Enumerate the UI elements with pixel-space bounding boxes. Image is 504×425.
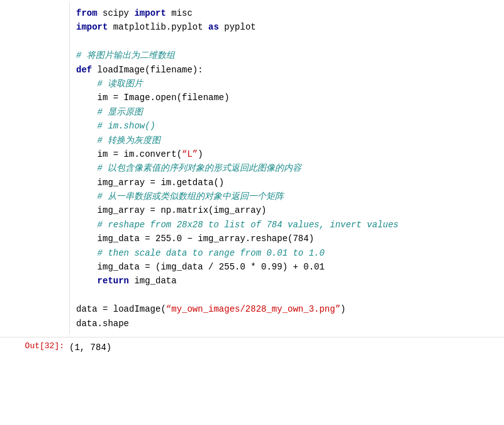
code-line: im = im.convert(“L”) — [76, 149, 203, 159]
output-label: Out[32]: — [0, 340, 69, 356]
code-editor[interactable]: from scipy import misc import matplotlib… — [69, 3, 504, 334]
code-line: # 从一串数据或类似数组的对象中返回一个矩阵 — [76, 191, 284, 201]
code-line: return img_data — [76, 276, 177, 286]
cell-input-label — [0, 3, 69, 334]
code-line: # reshape from 28x28 to list of 784 valu… — [76, 220, 398, 230]
code-line: import matplotlib.pyplot as pyplot — [76, 22, 256, 32]
notebook-cell: from scipy import misc import matplotlib… — [0, 0, 504, 425]
code-line: img_data = 255.0 − img_array.reshape(784… — [76, 234, 314, 244]
code-line: # then scale data to range from 0.01 to … — [76, 248, 325, 258]
code-line: # 显示原图 — [76, 107, 143, 117]
code-line: im = Image.open(filename) — [76, 93, 230, 103]
code-line: # 将图片输出为二维数组 — [76, 50, 175, 60]
code-line: data.shape — [76, 319, 129, 329]
code-block: from scipy import misc import matplotlib… — [76, 6, 498, 331]
code-line: # 以包含像素值的序列对象的形式返回此图像的内容 — [76, 163, 301, 173]
code-line: # 读取图片 — [76, 79, 143, 89]
code-line: data = loadImage(“my_own_images/2828_my_… — [76, 304, 345, 314]
output-section: Out[32]: (1, 784) — [0, 337, 504, 356]
code-line: img_array = np.matrix(img_array) — [76, 205, 266, 215]
code-line: def loadImage(filename): — [76, 65, 203, 75]
code-line: img_array = im.getdata() — [76, 178, 224, 188]
code-line: from scipy import misc — [76, 8, 193, 18]
output-value: (1, 784) — [69, 340, 111, 356]
code-line: img_data = (img_data / 255.0 * 0.99) + 0… — [76, 262, 325, 272]
code-line: # 转换为灰度图 — [76, 135, 160, 145]
code-line: # im.show() — [76, 121, 155, 131]
